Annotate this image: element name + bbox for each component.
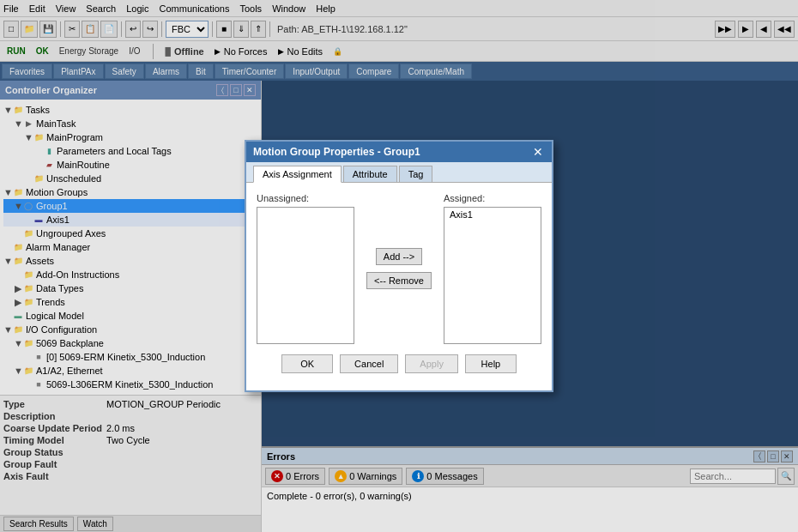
modal-titlebar: Motion Group Properties - Group1 ✕ — [246, 142, 552, 162]
modal-columns: Unassigned: Add --> <-- Remove Assigned:… — [257, 193, 541, 344]
modal-btn-row: OK Cancel Apply Help — [257, 354, 541, 380]
modal-col-unassigned: Unassigned: — [257, 193, 354, 344]
ok-btn[interactable]: OK — [281, 354, 333, 373]
apply-btn[interactable]: Apply — [405, 354, 458, 373]
unassigned-listbox[interactable] — [257, 207, 354, 344]
motion-group-dialog: Motion Group Properties - Group1 ✕ Axis … — [245, 140, 553, 392]
modal-close-btn[interactable]: ✕ — [531, 145, 545, 159]
modal-arrows: Add --> <-- Remove — [363, 193, 435, 344]
unassigned-header: Unassigned: — [257, 193, 354, 203]
remove-btn[interactable]: <-- Remove — [366, 272, 432, 289]
help-btn[interactable]: Help — [465, 354, 517, 373]
modal-overlay: Motion Group Properties - Group1 ✕ Axis … — [0, 0, 798, 532]
add-btn[interactable]: Add --> — [376, 248, 422, 265]
modal-tab-tag[interactable]: Tag — [399, 166, 433, 182]
modal-body: Unassigned: Add --> <-- Remove Assigned:… — [246, 183, 552, 390]
assigned-item-axis1[interactable]: Axis1 — [444, 208, 541, 221]
modal-tab-attribute[interactable]: Attribute — [343, 166, 397, 182]
assigned-listbox[interactable]: Axis1 — [444, 207, 541, 344]
assigned-header: Assigned: — [444, 193, 541, 203]
modal-col-assigned: Assigned: Axis1 — [444, 193, 541, 344]
modal-tabs: Axis Assignment Attribute Tag — [246, 162, 552, 183]
modal-title: Motion Group Properties - Group1 — [253, 146, 420, 158]
modal-tab-axis-assignment[interactable]: Axis Assignment — [253, 166, 342, 183]
cancel-btn[interactable]: Cancel — [340, 354, 398, 373]
